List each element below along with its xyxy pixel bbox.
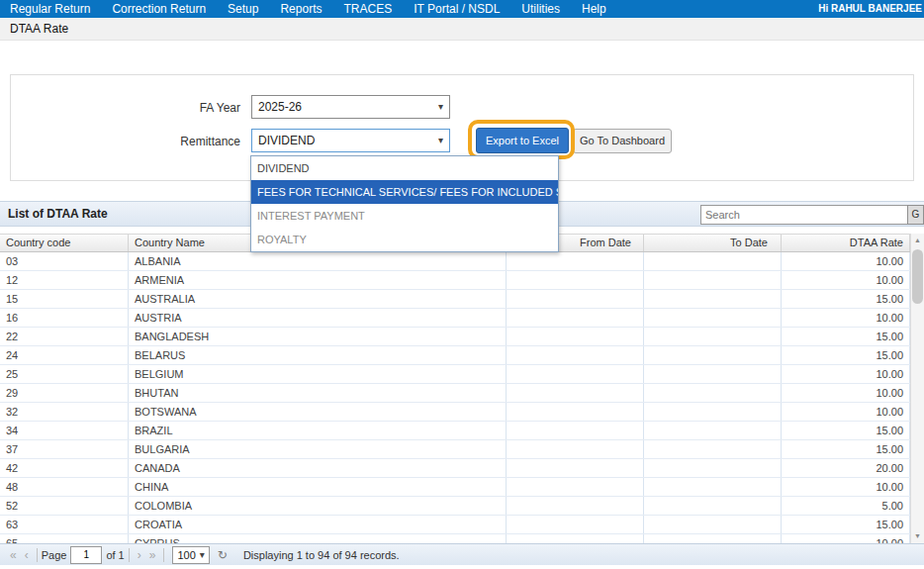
page-title: DTAA Rate	[10, 22, 68, 36]
cell	[507, 365, 644, 383]
nav-item-regular-return[interactable]: Regular Return	[10, 2, 101, 16]
table-row[interactable]: 25BELGIUM10.00	[0, 365, 910, 384]
cell: BOTSWANA	[129, 403, 507, 421]
vertical-scrollbar[interactable]: ▲ ▼	[910, 234, 924, 543]
table-row[interactable]: 22BANGLADESH15.00	[0, 328, 910, 346]
nav-item-traces[interactable]: TRACES	[332, 2, 403, 16]
cell	[644, 459, 782, 477]
page-size-select[interactable]: 100 ▾	[172, 546, 209, 564]
last-page-icon[interactable]: »	[145, 548, 160, 562]
go-to-dashboard-button[interactable]: Go To Dashboard	[573, 129, 672, 153]
cell: 15.00	[782, 422, 910, 439]
search-input[interactable]	[700, 205, 908, 225]
cell: 12	[0, 271, 129, 289]
column-header-country-code[interactable]: Country code	[0, 235, 129, 251]
cell: 22	[0, 328, 129, 345]
cell	[507, 309, 644, 327]
chevron-down-icon: ▾	[438, 96, 443, 118]
nav-item-correction-return[interactable]: Correction Return	[101, 2, 217, 16]
search-go-button[interactable]: G	[907, 205, 924, 225]
refresh-icon[interactable]: ↻	[214, 548, 231, 562]
table-row[interactable]: 32BOTSWANA10.00	[0, 403, 910, 422]
page-number-input[interactable]	[70, 546, 102, 564]
table-row[interactable]: 29BHUTAN10.00	[0, 384, 910, 403]
remittance-dropdown: DIVIDENDFEES FOR TECHNICAL SERVICES/ FEE…	[250, 155, 559, 252]
cell	[507, 403, 644, 421]
grid-title: List of DTAA Rate	[8, 202, 108, 226]
table-row[interactable]: 63CROATIA15.00	[0, 516, 910, 534]
nav-item-setup[interactable]: Setup	[217, 2, 269, 16]
logged-in-user: Hi RAHUL BANERJEE	[818, 0, 922, 18]
cell: BRAZIL	[129, 422, 507, 439]
cell: 03	[0, 252, 129, 270]
nav-item-reports[interactable]: Reports	[269, 2, 332, 16]
cell	[644, 403, 782, 421]
table-row[interactable]: 42CANADA20.00	[0, 459, 910, 478]
dropdown-option-fees-for-technical-services-fe[interactable]: FEES FOR TECHNICAL SERVICES/ FEES FOR IN…	[251, 180, 558, 204]
cell	[644, 478, 782, 496]
scroll-down-icon[interactable]: ▼	[911, 529, 924, 543]
table-row[interactable]: 34BRAZIL15.00	[0, 422, 910, 440]
first-page-icon[interactable]: «	[6, 548, 21, 562]
top-nav: Regular ReturnCorrection ReturnSetupRepo…	[0, 0, 924, 18]
cell: BELGIUM	[129, 365, 507, 383]
table-row[interactable]: 37BULGARIA15.00	[0, 440, 910, 459]
cell: 10.00	[782, 403, 910, 421]
cell: AUSTRALIA	[129, 290, 507, 308]
cell: 10.00	[782, 534, 910, 543]
fa-year-select[interactable]: 2025-26 ▾	[251, 95, 450, 119]
dropdown-option-interest-payment[interactable]: INTEREST PAYMENT	[251, 204, 558, 228]
dropdown-option-dividend[interactable]: DIVIDEND	[251, 156, 558, 180]
cell: ALBANIA	[129, 252, 507, 270]
cell: 10.00	[782, 271, 910, 289]
chevron-down-icon: ▾	[438, 130, 443, 151]
table-row[interactable]: 16AUSTRIA10.00	[0, 309, 910, 328]
table-row[interactable]: 15AUSTRALIA15.00	[0, 290, 910, 309]
dropdown-option-royalty[interactable]: ROYALTY	[251, 228, 558, 251]
cell: 52	[0, 497, 129, 515]
pager-divider	[163, 548, 164, 562]
chevron-down-icon: ▾	[200, 547, 205, 563]
table-row[interactable]: 24BELARUS15.00	[0, 346, 910, 365]
table-row[interactable]: 48CHINA10.00	[0, 478, 910, 497]
cell	[644, 516, 782, 533]
prev-page-icon[interactable]: ‹	[21, 548, 33, 562]
column-header-dtaa-rate[interactable]: DTAA Rate	[782, 235, 910, 251]
cell: 5.00	[782, 497, 910, 515]
cell	[644, 497, 782, 515]
cell: 10.00	[782, 478, 910, 496]
cell	[507, 271, 644, 289]
remittance-select[interactable]: DIVIDEND ▾	[251, 129, 450, 152]
next-page-icon[interactable]: ›	[134, 548, 145, 562]
cell: 34	[0, 422, 129, 439]
cell: 20.00	[782, 459, 910, 477]
nav-item-it-portal-nsdl[interactable]: IT Portal / NSDL	[403, 2, 510, 16]
scroll-up-icon[interactable]: ▲	[911, 234, 924, 247]
cell: BHUTAN	[129, 384, 507, 402]
table-row[interactable]: 65CYPRUS10.00	[0, 534, 910, 543]
nav-item-utilities[interactable]: Utilities	[510, 2, 571, 16]
table-row[interactable]: 03ALBANIA10.00	[0, 252, 910, 271]
column-header-to-date[interactable]: To Date	[644, 235, 782, 251]
export-to-excel-button[interactable]: Export to Excel	[476, 128, 569, 153]
cell: 24	[0, 346, 129, 364]
cell: 15.00	[782, 290, 910, 308]
cell	[644, 422, 782, 439]
cell	[644, 271, 782, 289]
cell: BANGLADESH	[129, 328, 507, 345]
top-nav-items: Regular ReturnCorrection ReturnSetupRepo…	[0, 2, 617, 16]
cell	[507, 346, 644, 364]
nav-item-help[interactable]: Help	[571, 2, 617, 16]
pager-divider	[37, 548, 38, 562]
cell: 42	[0, 459, 129, 477]
cell: 15.00	[782, 328, 910, 345]
cell	[507, 478, 644, 496]
cell: 48	[0, 478, 129, 496]
cell	[644, 346, 782, 364]
table-row[interactable]: 52COLOMBIA5.00	[0, 497, 910, 516]
cell	[507, 422, 644, 439]
cell: 10.00	[782, 365, 910, 383]
cell: CANADA	[129, 459, 507, 477]
scrollbar-thumb[interactable]	[912, 249, 923, 304]
table-row[interactable]: 12ARMENIA10.00	[0, 271, 910, 290]
